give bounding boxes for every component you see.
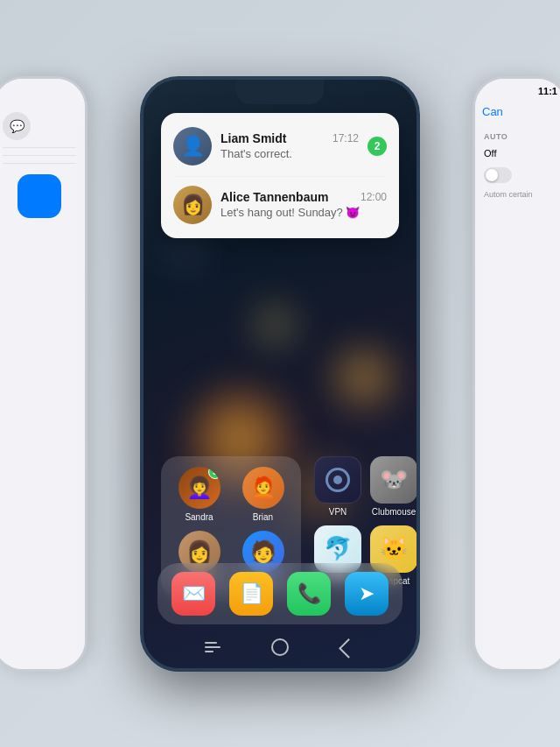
nav-lines-icon [205, 642, 220, 652]
phone-right-inner: 11:1 Can AUTO Off Autom certain [475, 79, 560, 669]
chat-bubble-icon: 💬 [3, 112, 31, 140]
phone-right: 11:1 Can AUTO Off Autom certain [472, 76, 560, 672]
app-clubmouse-wrapper[interactable]: 🐭 Clubmouse [370, 456, 416, 517]
scene: 💬 11:1 Can AUTO Off Autom certain [0, 0, 560, 747]
notification-item-liam[interactable]: 👤 Liam Smidt 17:12 That's correct. 2 [173, 123, 387, 169]
nav-line-1 [205, 642, 217, 644]
notification-card: 👤 Liam Smidt 17:12 That's correct. 2 [161, 113, 399, 238]
notif-name-alice: Alice Tannenbaum [220, 190, 328, 204]
notification-item-alice[interactable]: 👩 Alice Tannenbaum 12:00 Let's hang out!… [173, 176, 387, 228]
right-toggle[interactable] [484, 167, 512, 183]
notif-name-liam: Liam Smidt [220, 131, 286, 145]
notif-time-liam: 17:12 [332, 132, 359, 144]
right-option-off: Off [475, 144, 560, 162]
phone-left-status [0, 79, 85, 105]
notif-time-alice: 12:00 [360, 191, 387, 203]
notif-message-alice: Let's hang out! Sunday? 😈 [220, 206, 387, 219]
avatar-sandra: 👩‍🦱 3 [178, 467, 220, 509]
contact-item-brian[interactable]: 🧑‍🦰 Brian [235, 467, 290, 522]
bokeh-2 [329, 342, 399, 412]
avatar-liam: 👤 [173, 127, 212, 166]
dock-telegram[interactable]: ➤ [345, 572, 388, 616]
app-label-vpn: VPN [329, 507, 347, 517]
nav-line-3 [205, 651, 214, 652]
vpn-eye [333, 476, 342, 484]
phone-notch [236, 80, 324, 104]
contact-item-sandra[interactable]: 👩‍🦱 3 Sandra [172, 467, 227, 522]
cancel-button[interactable]: Can [475, 100, 560, 123]
right-status-bar: 11:1 [475, 79, 560, 100]
nav-recent-apps[interactable] [202, 637, 223, 658]
notif-header-liam: Liam Smidt 17:12 [220, 131, 359, 145]
dock-mail[interactable]: ✉️ [172, 572, 215, 616]
phone-nav [144, 637, 416, 658]
nav-back-arrow [339, 638, 359, 659]
notif-content-liam: Liam Smidt 17:12 That's correct. [220, 131, 359, 160]
avatar-alice: 👩 [173, 186, 212, 224]
nav-home[interactable] [270, 637, 290, 658]
bokeh-3 [248, 299, 301, 351]
main-screen: 👤 Liam Smidt 17:12 That's correct. 2 [144, 80, 416, 668]
phone-left: 💬 [0, 76, 88, 672]
phone-main: 👤 Liam Smidt 17:12 That's correct. 2 [140, 76, 420, 672]
dock-phone[interactable]: 📞 [287, 572, 331, 616]
avatar-brian: 🧑‍🦰 [242, 467, 284, 509]
right-section-label: AUTO [475, 123, 560, 144]
phone-left-chat-item: 💬 [0, 105, 85, 147]
nav-home-circle [271, 638, 289, 656]
right-description: Autom certain [475, 188, 560, 202]
dock-files[interactable]: 📄 [229, 572, 273, 616]
contact-name-brian: Brian [253, 512, 273, 522]
app-label-clubmouse: Clubmouse [372, 507, 416, 517]
right-time: 11:1 [538, 86, 557, 96]
phone-left-inner: 💬 [0, 79, 85, 669]
app-vpn-wrapper[interactable]: VPN [314, 456, 361, 517]
badge-sandra: 3 [208, 467, 220, 479]
notif-content-alice: Alice Tannenbaum 12:00 Let's hang out! S… [220, 190, 387, 219]
app-icon-clubmouse[interactable]: 🐭 [370, 456, 416, 504]
left-blue-button[interactable] [18, 174, 61, 218]
left-divider-3 [3, 163, 76, 164]
notif-badge-liam: 2 [368, 137, 387, 156]
contact-name-sandra: Sandra [185, 512, 213, 522]
nav-back[interactable] [337, 637, 358, 658]
vpn-shape [326, 468, 350, 492]
notif-message-liam: That's correct. [220, 147, 359, 160]
app-icon-vpn[interactable] [314, 456, 361, 504]
bokeh-5 [170, 237, 205, 272]
nav-line-2 [205, 646, 220, 648]
notif-header-alice: Alice Tannenbaum 12:00 [220, 190, 387, 204]
app-dock: ✉️ 📄 📞 ➤ [158, 563, 402, 624]
